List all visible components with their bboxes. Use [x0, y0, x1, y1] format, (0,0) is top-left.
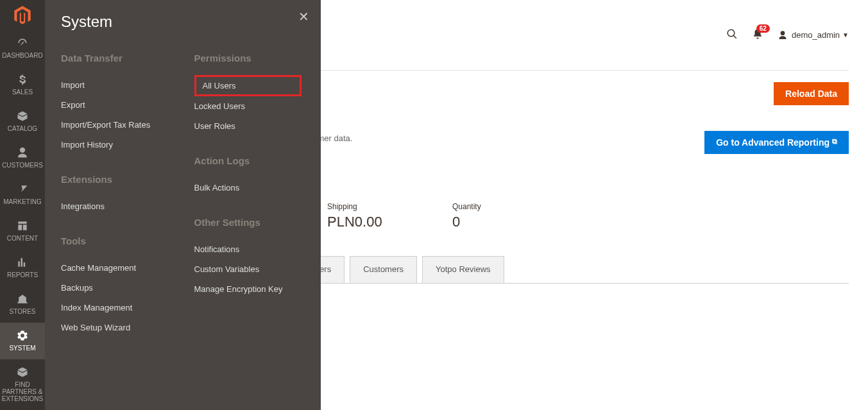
flyout-item-notifications[interactable]: Notifications [194, 239, 321, 259]
close-icon[interactable]: ✕ [298, 9, 309, 24]
flyout-item-web-setup-wizard[interactable]: Web Setup Wizard [61, 318, 188, 337]
flyout-item-import-history[interactable]: Import History [61, 135, 188, 155]
flyout-item-bulk-actions[interactable]: Bulk Actions [194, 178, 321, 198]
magento-logo[interactable] [0, 0, 45, 30]
flyout-item-locked-users[interactable]: Locked Users [194, 96, 321, 116]
stat-quantity: Quantity0 [452, 202, 577, 230]
sidenav-item-stores[interactable]: STORES [0, 286, 45, 323]
sidenav-item-find-partners-extensions[interactable]: FIND PARTNERS & EXTENSIONS [0, 359, 45, 410]
sidenav-item-dashboard[interactable]: DASHBOARD [0, 30, 45, 67]
flyout-item-custom-variables[interactable]: Custom Variables [194, 259, 321, 279]
search-icon[interactable] [726, 28, 738, 42]
advanced-reporting-button[interactable]: Go to Advanced Reporting⧉ [704, 131, 849, 154]
user-icon [778, 30, 788, 40]
sidenav-item-catalog[interactable]: CATALOG [0, 103, 45, 140]
notifications-icon[interactable]: 62 [752, 28, 763, 42]
flyout-item-cache-management[interactable]: Cache Management [61, 258, 188, 278]
flyout-heading: Permissions [194, 53, 321, 64]
flyout-item-integrations[interactable]: Integrations [61, 196, 188, 216]
sidenav-item-system[interactable]: SYSTEM [0, 323, 45, 359]
sidenav-item-marketing[interactable]: MARKETING [0, 176, 45, 213]
system-flyout-panel: ✕ System Data TransferImportExportImport… [45, 0, 321, 410]
external-link-icon: ⧉ [832, 137, 837, 145]
flyout-item-export[interactable]: Export [61, 95, 188, 115]
admin-sidenav: DASHBOARDSALESCATALOGCUSTOMERSMARKETINGC… [0, 0, 45, 410]
magento-logo-icon [12, 4, 33, 26]
flyout-heading: Other Settings [194, 217, 321, 228]
flyout-item-backups[interactable]: Backups [61, 278, 188, 298]
flyout-heading: Data Transfer [61, 53, 188, 64]
account-menu[interactable]: demo_admin ▼ [778, 30, 849, 40]
sidenav-item-sales[interactable]: SALES [0, 67, 45, 103]
flyout-item-index-management[interactable]: Index Management [61, 298, 188, 318]
flyout-heading: Extensions [61, 174, 188, 185]
chevron-down-icon: ▼ [842, 31, 849, 38]
flyout-heading: Action Logs [194, 155, 321, 166]
flyout-heading: Tools [61, 235, 188, 246]
tab-customers[interactable]: Customers [350, 256, 417, 284]
flyout-item-import[interactable]: Import [61, 75, 188, 95]
sidenav-item-reports[interactable]: REPORTS [0, 250, 45, 286]
stat-shipping: ShippingPLN0.00 [327, 202, 452, 230]
flyout-item-user-roles[interactable]: User Roles [194, 116, 321, 136]
tab-yotpo-reviews[interactable]: Yotpo Reviews [422, 256, 504, 284]
notifications-badge: 62 [756, 24, 770, 33]
sidenav-item-customers[interactable]: CUSTOMERS [0, 140, 45, 176]
flyout-item-import-export-tax-rates[interactable]: Import/Export Tax Rates [61, 115, 188, 135]
reload-data-button[interactable]: Reload Data [774, 82, 849, 105]
flyout-item-all-users[interactable]: All Users [194, 75, 302, 96]
sidenav-item-content[interactable]: CONTENT [0, 213, 45, 250]
username-label: demo_admin [792, 30, 840, 40]
flyout-title: System [61, 13, 321, 31]
flyout-item-manage-encryption-key[interactable]: Manage Encryption Key [194, 279, 321, 299]
